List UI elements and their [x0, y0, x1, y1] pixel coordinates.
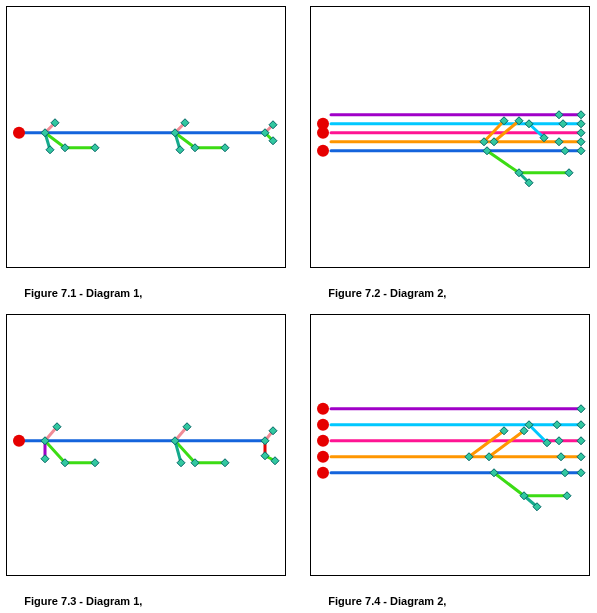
root-terminal-icon	[317, 467, 329, 479]
root-terminal-icon	[13, 435, 25, 447]
node-marker-icon	[577, 129, 585, 137]
figure-grid: Figure 7.1 - Diagram 1, Offset between b…	[0, 0, 597, 613]
node-marker-icon	[577, 120, 585, 128]
node-marker-icon	[555, 111, 563, 119]
node-marker-icon	[176, 146, 184, 154]
branch-line	[45, 441, 95, 463]
caption-line-1: Figure 7.2 - Diagram 2,	[328, 287, 446, 299]
branch-line	[45, 133, 95, 148]
node-marker-icon	[563, 492, 571, 500]
node-marker-icon	[221, 144, 229, 152]
node-marker-icon	[561, 147, 569, 155]
node-marker-icon	[177, 459, 185, 467]
root-terminal-icon	[317, 451, 329, 463]
node-marker-icon	[557, 453, 565, 461]
branch-line	[469, 431, 504, 457]
node-marker-icon	[41, 455, 49, 463]
node-marker-icon	[46, 146, 54, 154]
node-marker-icon	[555, 138, 563, 146]
node-marker-icon	[577, 421, 585, 429]
caption-line-1: Figure 7.1 - Diagram 1,	[24, 287, 142, 299]
root-terminal-icon	[317, 435, 329, 447]
node-marker-icon	[577, 453, 585, 461]
node-marker-icon	[221, 459, 229, 467]
node-marker-icon	[559, 120, 567, 128]
branch-line	[489, 431, 524, 457]
panel-frame	[310, 314, 590, 576]
figure-caption: Figure 7.3 - Diagram 1, Offset between b…	[6, 580, 219, 613]
root-terminal-icon	[317, 419, 329, 431]
node-marker-icon	[565, 169, 573, 177]
root-terminal-icon	[13, 127, 25, 139]
branch-line	[487, 151, 569, 173]
diagram-svg	[311, 315, 591, 577]
node-marker-icon	[577, 437, 585, 445]
branch-line	[494, 473, 567, 496]
panel-frame	[310, 6, 590, 268]
node-marker-icon	[577, 147, 585, 155]
figure-caption: Figure 7.4 - Diagram 2, Offset between b…	[310, 580, 523, 613]
caption-line-1: Figure 7.3 - Diagram 1,	[24, 595, 142, 607]
node-marker-icon	[577, 469, 585, 477]
root-terminal-icon	[317, 127, 329, 139]
diagram-svg	[7, 7, 287, 269]
node-marker-icon	[577, 111, 585, 119]
node-marker-icon	[91, 144, 99, 152]
node-marker-icon	[561, 469, 569, 477]
root-terminal-icon	[317, 403, 329, 415]
panel-frame	[6, 6, 286, 268]
branch-line	[175, 441, 225, 463]
root-terminal-icon	[317, 145, 329, 157]
panel-frame	[6, 314, 286, 576]
branch-line	[175, 133, 225, 148]
diagram-svg	[7, 315, 287, 577]
node-marker-icon	[555, 437, 563, 445]
node-marker-icon	[577, 405, 585, 413]
node-marker-icon	[91, 459, 99, 467]
caption-line-1: Figure 7.4 - Diagram 2,	[328, 595, 446, 607]
diagram-svg	[311, 7, 591, 269]
node-marker-icon	[553, 421, 561, 429]
node-marker-icon	[577, 138, 585, 146]
